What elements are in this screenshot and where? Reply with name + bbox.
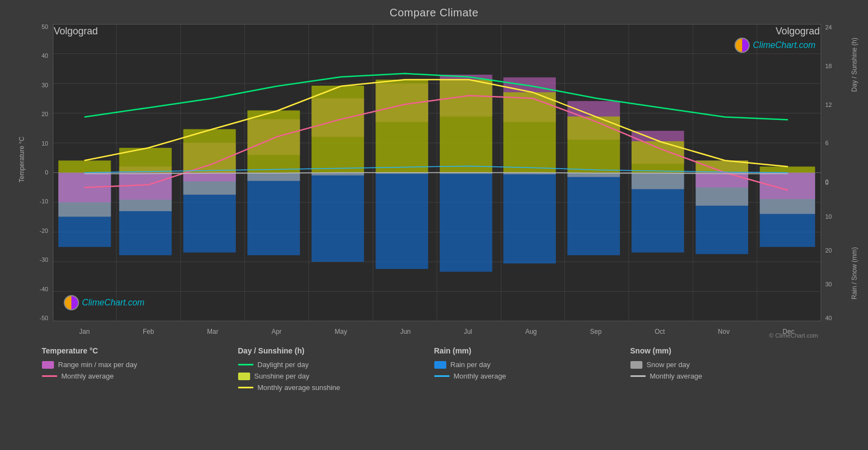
legend-daylight-label: Daylight per day [258, 361, 309, 369]
svg-rect-27 [311, 173, 363, 262]
legend-line-temp-avg [42, 375, 57, 377]
legend-temp-range: Range min / max per day [42, 361, 238, 369]
chart-area: Volgograd Volgograd ClimeChart.com Clime… [20, 21, 848, 343]
svg-rect-31 [567, 173, 620, 255]
svg-rect-30 [503, 173, 555, 264]
legend-line-snow-avg [630, 375, 646, 377]
legend-line-rain-avg [434, 375, 450, 377]
legend-snow-title: Snow (mm) [630, 346, 827, 355]
legend-snow: Snow (mm) Snow per day Monthly average [630, 346, 827, 392]
legend-swatch-temp-range [42, 361, 54, 369]
legend-rain-title: Rain (mm) [434, 346, 630, 355]
svg-rect-67 [567, 117, 620, 173]
y-axis-right-rain: 0 10 20 30 40 [822, 179, 848, 321]
svg-rect-29 [440, 173, 492, 272]
y-axis-right-top-title: Day / Sunshine (h) [851, 38, 858, 92]
svg-rect-59 [58, 160, 111, 172]
legend-temperature-title: Temperature °C [42, 346, 238, 355]
legend-snow-day-label: Snow per day [647, 361, 690, 369]
svg-rect-65 [440, 80, 492, 173]
svg-rect-64 [375, 80, 428, 173]
y-axis-left-title: Temperature °C [17, 182, 25, 183]
legend-sunshine-label: Sunshine per day [254, 372, 309, 380]
legend-line-daylight [238, 364, 253, 365]
legend-rain-avg-label: Monthly average [454, 372, 506, 380]
legend-sunshine-title: Day / Sunshine (h) [238, 346, 434, 355]
svg-rect-38 [247, 173, 300, 181]
legend-rain: Rain (mm) Rain per day Monthly average [434, 346, 630, 392]
legend-sunshine-avg-label: Monthly average sunshine [258, 383, 341, 392]
legend-temperature: Temperature °C Range min / max per day M… [42, 346, 238, 392]
legend-temp-avg: Monthly average [42, 372, 238, 380]
legend-temp-range-label: Range min / max per day [58, 361, 137, 369]
legend-daylight: Daylight per day [238, 361, 434, 369]
svg-rect-58 [760, 173, 815, 199]
chart-svg [53, 24, 821, 321]
legend-sunshine-day: Sunshine per day [238, 372, 434, 380]
legend-temp-avg-label: Monthly average [62, 372, 114, 380]
legend-area: Temperature °C Range min / max per day M… [20, 346, 848, 392]
legend-line-sunshine-avg [238, 387, 253, 388]
legend-sunshine: Day / Sunshine (h) Daylight per day Suns… [238, 346, 434, 392]
legend-snow-avg-label: Monthly average [650, 372, 702, 380]
legend-swatch-sunshine [238, 373, 250, 380]
legend-rain-day: Rain per day [434, 361, 630, 369]
svg-rect-70 [760, 166, 815, 172]
legend-swatch-snow [630, 361, 642, 369]
legend-rain-label: Rain per day [451, 361, 491, 369]
legend-sunshine-avg: Monthly average sunshine [238, 383, 434, 392]
x-axis: Jan Feb Mar Apr May Jun Jul Aug Sep Oct … [53, 328, 821, 335]
svg-rect-26 [247, 173, 300, 255]
legend-swatch-rain [434, 361, 446, 369]
svg-rect-63 [311, 86, 363, 172]
copyright: © ClimeChart.com [769, 332, 818, 339]
svg-rect-62 [247, 110, 300, 172]
y-axis-right-sunshine: 24 18 12 6 0 [822, 24, 848, 185]
legend-snow-avg: Monthly average [630, 372, 827, 380]
legend-snow-day: Snow per day [630, 361, 827, 369]
legend-rain-avg: Monthly average [434, 372, 630, 380]
page-container: Compare Climate Volgograd Volgograd Clim… [0, 0, 868, 450]
y-axis-right-bottom-title: Rain / Snow (mm) [851, 247, 858, 299]
chart-title: Compare Climate [390, 7, 478, 19]
svg-rect-28 [375, 173, 428, 269]
svg-rect-44 [632, 173, 684, 189]
